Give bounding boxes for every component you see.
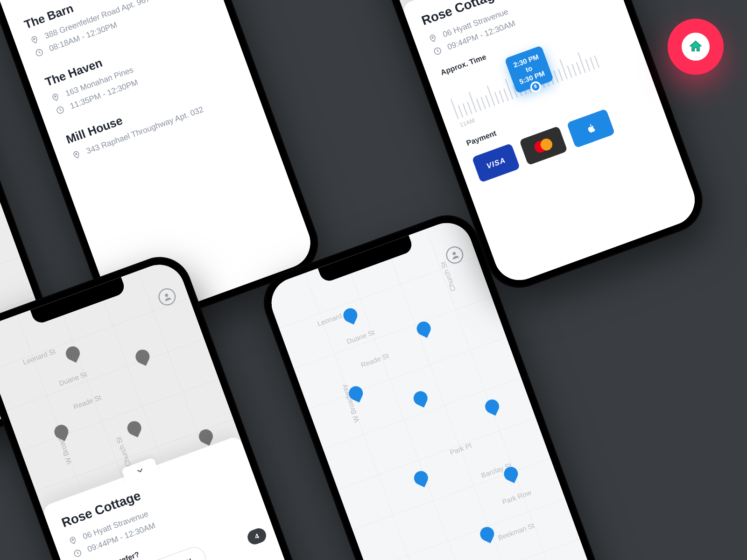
svg-point-12 [431, 36, 433, 38]
street-label: Beekman St [497, 521, 535, 542]
map-pin[interactable] [412, 469, 430, 487]
map-pin[interactable] [133, 347, 152, 366]
svg-point-3 [33, 38, 35, 40]
svg-point-8 [164, 293, 169, 297]
location-icon [50, 92, 61, 103]
map-pin[interactable] [483, 397, 501, 416]
location-icon [71, 149, 82, 161]
svg-point-9 [71, 539, 73, 540]
brand-fab[interactable] [668, 19, 724, 75]
payment-apple-pay[interactable] [567, 109, 615, 148]
time-slot-chip[interactable]: 2:30 PM to 5:30 PM ⏸ [504, 45, 554, 93]
map-pin[interactable] [341, 306, 360, 325]
location-icon [427, 33, 438, 44]
svg-point-7 [75, 153, 77, 154]
svg-point-11 [452, 252, 456, 256]
map-pin[interactable] [415, 319, 433, 338]
street-label: Duane St [58, 370, 88, 388]
payment-mastercard[interactable] [519, 126, 568, 166]
street-label: Reade St [72, 393, 102, 411]
clock-icon [13, 0, 24, 0]
map-pin[interactable] [125, 419, 144, 438]
clock-icon [432, 45, 443, 56]
svg-point-5 [54, 95, 56, 97]
street-label: Duane St [345, 328, 375, 346]
user-icon [449, 249, 461, 261]
map-pin[interactable] [52, 422, 71, 441]
map-pin[interactable] [411, 389, 430, 407]
apple-icon [583, 121, 598, 136]
clock-icon [55, 105, 66, 116]
clock-icon [34, 47, 45, 58]
clock-icon [72, 547, 83, 559]
street-label: Reade St [360, 351, 390, 369]
map-pin[interactable] [478, 525, 496, 543]
map-pin[interactable] [63, 344, 82, 363]
location-icon [29, 34, 40, 45]
street-label: Leonard St [21, 347, 56, 366]
street-label: Park Row [501, 488, 532, 506]
time-axis-start: 11AM [459, 117, 476, 128]
street-label: Church St [439, 260, 457, 292]
user-icon [161, 291, 174, 303]
street-label: Park Pl [449, 441, 472, 457]
map-pin[interactable] [197, 427, 215, 446]
location-icon [67, 535, 78, 546]
chevron-down-icon [134, 464, 147, 477]
home-icon [688, 39, 703, 54]
payment-visa[interactable]: VISA [472, 143, 520, 183]
street-label: Church St [114, 436, 133, 468]
